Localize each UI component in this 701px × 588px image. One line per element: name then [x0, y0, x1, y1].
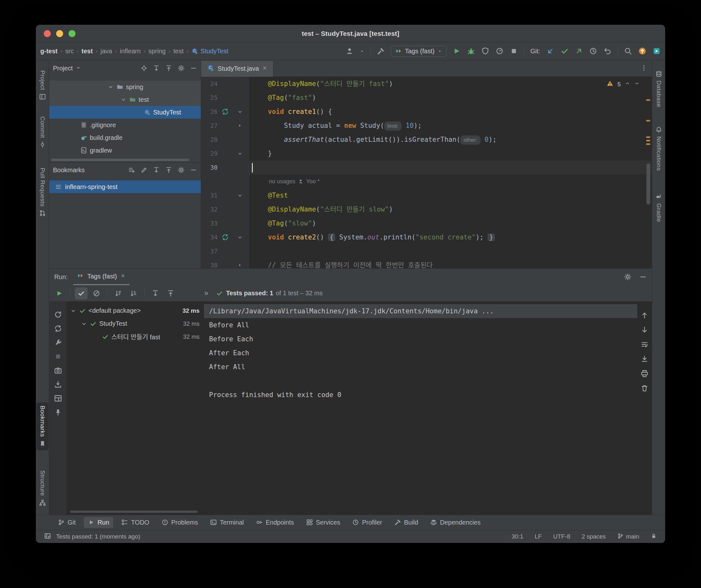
usages-hint[interactable]: no usagesYoo * — [249, 175, 652, 189]
expand-all-button[interactable] — [149, 287, 162, 299]
coverage-icon[interactable] — [481, 47, 489, 55]
arrow-down-icon[interactable] — [641, 326, 649, 334]
git-push-icon[interactable] — [575, 47, 583, 55]
tool-stripe-pull-requests[interactable]: Pull Requests — [36, 165, 48, 220]
test-tree-item-studytest[interactable]: StudyTest32 ms — [67, 317, 204, 330]
check-toggle-button[interactable] — [75, 287, 87, 299]
close-icon[interactable] — [120, 273, 126, 278]
layout-status-icon[interactable] — [44, 533, 51, 540]
tool-window-button-todo[interactable]: TODO — [117, 517, 153, 528]
run-tab-tags-fast[interactable]: Tags (fast) — [73, 269, 129, 285]
project-tree-item-build-gradle[interactable]: build.gradle — [49, 131, 201, 144]
bookmark-item-inflearn-spring-test[interactable]: inflearn-spring-test — [49, 181, 201, 193]
inspections-widget[interactable]: 5 — [607, 80, 640, 88]
debug-icon[interactable] — [467, 47, 475, 55]
pin-icon[interactable] — [54, 408, 62, 416]
breadcrumb-item-spring[interactable]: spring — [149, 48, 166, 55]
run-icon[interactable] — [453, 47, 461, 55]
run-button[interactable] — [53, 287, 66, 299]
code-line-29[interactable]: 29 } — [201, 146, 652, 161]
tree-horizontal-scrollbar[interactable] — [70, 511, 198, 513]
import-icon[interactable] — [54, 380, 62, 388]
chevron-down-icon[interactable] — [237, 235, 243, 240]
caret-position[interactable]: 30:1 — [512, 533, 523, 540]
test-run-icon[interactable] — [221, 233, 229, 241]
camera-icon[interactable] — [54, 366, 62, 374]
locate-icon[interactable] — [141, 65, 148, 72]
warning-mark[interactable] — [646, 143, 650, 145]
fold-arrow-icon[interactable] — [237, 123, 242, 128]
tool-stripe-gradle[interactable]: Gradle — [653, 190, 665, 225]
wrench-icon[interactable] — [54, 338, 62, 347]
breadcrumb-item-src[interactable]: src — [65, 48, 74, 55]
run-configuration-selector[interactable]: Tags (fast) — [391, 46, 447, 57]
tool-window-button-dependencies[interactable]: Dependencies — [426, 517, 485, 528]
chevron-down-icon[interactable] — [81, 321, 87, 327]
tool-stripe-notifications[interactable]: Notifications — [653, 123, 665, 174]
tool-window-button-build[interactable]: Build — [390, 517, 422, 528]
run-console[interactable]: /Library/Java/JavaVirtualMachines/jdk-17… — [204, 302, 637, 515]
git-commit-icon[interactable] — [560, 47, 569, 55]
test-tree-item-fast[interactable]: 스터디 만들기 fast32 ms — [67, 330, 204, 343]
bookmarks-panel-title[interactable]: Bookmarks — [53, 167, 85, 174]
warning-mark[interactable] — [646, 120, 650, 121]
close-icon[interactable] — [262, 65, 267, 71]
stop-icon[interactable] — [510, 47, 518, 55]
tool-stripe-project[interactable]: Project — [36, 67, 48, 103]
layout-icon[interactable] — [54, 394, 62, 402]
warning-mark[interactable] — [646, 99, 650, 101]
tool-window-button-profiler[interactable]: Profiler — [348, 517, 386, 528]
code-line-38[interactable]: 38 // 모든 테스트를 실행하기 이전에 딱 한번만 호출된다 — [201, 258, 652, 268]
tool-window-button-terminal[interactable]: Terminal — [206, 517, 248, 528]
git-branch-widget[interactable]: main — [617, 533, 639, 541]
arrow-up-icon[interactable] — [641, 311, 649, 319]
expand-all-icon[interactable] — [153, 167, 160, 174]
add-group-icon[interactable] — [128, 167, 135, 174]
code-line-33[interactable]: 33 @Tag("slow") — [201, 216, 652, 230]
breadcrumb-item-g-test[interactable]: g-test — [40, 48, 57, 55]
tool-window-button-git[interactable]: Git — [54, 517, 80, 528]
minus-icon[interactable] — [190, 167, 197, 174]
code-line-24[interactable]: 24 @DisplayName("스터디 만들기 fast") — [201, 77, 652, 91]
code-line-31[interactable]: 31 @Test — [201, 189, 652, 202]
user-icon[interactable] — [345, 47, 354, 55]
trash-icon[interactable] — [641, 384, 649, 392]
sort-alpha-button[interactable] — [112, 287, 125, 299]
status-message[interactable]: Tests passed: 1 (moments ago) — [56, 533, 140, 540]
rerun-icon[interactable] — [54, 310, 62, 319]
chevron-down-icon[interactable] — [237, 109, 243, 114]
editor-scrollbar[interactable] — [647, 163, 650, 205]
scroll-end-icon[interactable] — [641, 355, 649, 363]
fold-arrow-icon[interactable] — [237, 263, 242, 268]
caret-down-icon[interactable] — [360, 49, 365, 54]
breadcrumb-item-studytest[interactable]: CStudyTest — [191, 48, 228, 55]
chevron-down-icon[interactable] — [237, 151, 243, 157]
update-orange-icon[interactable] — [638, 47, 647, 55]
ide-icon[interactable] — [653, 47, 661, 55]
author-hint[interactable]: Yoo * — [306, 175, 319, 189]
gear-icon[interactable] — [624, 273, 632, 281]
chevron-down-icon[interactable] — [120, 96, 127, 103]
test-tree-item-default-package[interactable]: <default package>32 ms — [67, 304, 204, 317]
close-window-button[interactable] — [44, 30, 51, 37]
tool-window-button-services[interactable]: Services — [302, 517, 344, 528]
breadcrumb-item-test[interactable]: test — [81, 48, 93, 55]
collapse-all-icon[interactable] — [165, 167, 172, 174]
tool-window-button-endpoints[interactable]: Endpoints — [252, 517, 298, 528]
chevron-down-icon[interactable] — [75, 65, 81, 70]
chevron-down-icon[interactable] — [634, 80, 640, 86]
zoom-window-button[interactable] — [68, 30, 75, 37]
search-icon[interactable] — [624, 47, 632, 55]
code-line-32[interactable]: 32 @DisplayName("스터디 만들기 slow") — [201, 202, 652, 216]
tool-stripe-database[interactable]: Database — [653, 67, 665, 111]
toolbar-overflow-button[interactable]: » — [204, 289, 208, 297]
tool-window-button-run[interactable]: Run — [84, 517, 113, 528]
git-update-icon[interactable] — [546, 47, 554, 55]
minus-icon[interactable] — [190, 65, 197, 72]
project-tree-item-studytest[interactable]: CStudyTest — [49, 106, 201, 118]
file-encoding[interactable]: UTF-8 — [553, 533, 570, 540]
line-separator[interactable]: LF — [535, 533, 542, 540]
warning-mark[interactable] — [646, 136, 650, 138]
pencil-icon[interactable] — [141, 167, 148, 174]
stop-dim-icon[interactable] — [54, 352, 62, 361]
